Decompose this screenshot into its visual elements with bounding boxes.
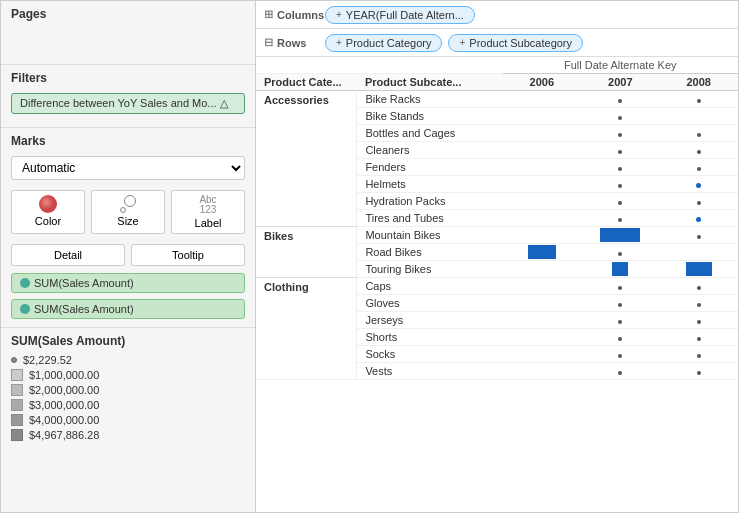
subcat-cell: Socks [357, 346, 503, 363]
legend-value: $4,967,886.28 [29, 429, 99, 441]
legend-value: $2,000,000.00 [29, 384, 99, 396]
legend-sq-icon [11, 369, 23, 381]
bar-cell-2007 [581, 193, 659, 210]
subcat-cell: Helmets [357, 176, 503, 193]
data-dot [697, 99, 701, 103]
app-container: Pages Filters Difference between YoY Sal… [0, 0, 739, 513]
col-header-2006: 2006 [503, 74, 581, 91]
bar-cell-2008 [660, 159, 739, 176]
data-dot [697, 133, 701, 137]
bar-cell-2008 [660, 227, 739, 244]
data-dot [618, 303, 622, 307]
columns-pill-label: YEAR(Full Date Altern... [346, 9, 464, 21]
bar-cell-2006 [503, 210, 581, 227]
legend-sq-icon [11, 399, 23, 411]
bar-cell-2007 [581, 261, 659, 278]
legend-sq-icon [11, 414, 23, 426]
bar-cell-2006 [503, 278, 581, 295]
bar-cell-2006 [503, 108, 581, 125]
bar-cell-2006 [503, 346, 581, 363]
data-bar [600, 228, 640, 242]
sum-pill-1-label: SUM(Sales Amount) [34, 277, 134, 289]
right-panel: ⊞ Columns + YEAR(Full Date Altern... ⊟ R… [256, 1, 738, 512]
bar-cell-2008 [660, 295, 739, 312]
columns-pill[interactable]: + YEAR(Full Date Altern... [325, 6, 475, 24]
bar-cell-2007 [581, 125, 659, 142]
bar-cell-2008 [660, 176, 739, 193]
marks-select[interactable]: Automatic [11, 156, 245, 180]
rows-pill-1[interactable]: + Product Category [325, 34, 442, 52]
bar-cell-2007 [581, 159, 659, 176]
bar-cell-2007 [581, 363, 659, 380]
bar-cell-2006 [503, 329, 581, 346]
label-button[interactable]: Abc123 Label [171, 190, 245, 234]
bar-cell-2008 [660, 125, 739, 142]
filters-title: Filters [1, 65, 255, 89]
data-dot [618, 218, 622, 222]
subcat-cell: Caps [357, 278, 503, 295]
data-dot [697, 286, 701, 290]
list-item: $3,000,000.00 [11, 399, 245, 411]
size-label: Size [117, 215, 138, 227]
tooltip-button[interactable]: Tooltip [131, 244, 245, 266]
category-cell-bikes: Bikes [256, 227, 357, 278]
category-cell-accessories: Accessories [256, 91, 357, 227]
bar-cell-2007 [581, 329, 659, 346]
marks-buttons2: Detail Tooltip [11, 244, 245, 266]
bar-cell-2007 [581, 278, 659, 295]
data-dot [697, 235, 701, 239]
bar-cell-2008 [660, 346, 739, 363]
bar-cell-2007 [581, 227, 659, 244]
data-dot [697, 354, 701, 358]
sum-pill-1-icon [20, 278, 30, 288]
rows-pill-2-hash: + [459, 37, 465, 48]
rows-pill-1-label: Product Category [346, 37, 432, 49]
col-header-subcategory: Product Subcate... [357, 74, 503, 91]
data-dot [697, 320, 701, 324]
sum-pill-2[interactable]: SUM(Sales Amount) [11, 299, 245, 319]
columns-grid-icon: ⊞ [264, 8, 273, 21]
size-button[interactable]: Size [91, 190, 165, 234]
data-area: Full Date Alternate Key Product Cate... … [256, 57, 738, 512]
subcat-cell: Hydration Packs [357, 193, 503, 210]
data-dot [697, 150, 701, 154]
sum-pill-1[interactable]: SUM(Sales Amount) [11, 273, 245, 293]
bar-cell-2008 [660, 91, 739, 108]
data-dot [618, 354, 622, 358]
subcat-cell: Mountain Bikes [357, 227, 503, 244]
bar-cell-2006 [503, 244, 581, 261]
filter-pill[interactable]: Difference between YoY Sales and Mo... △ [11, 93, 245, 114]
header-row-cols: Product Cate... Product Subcate... 2006 … [256, 74, 738, 91]
data-bar [612, 262, 628, 276]
color-label: Color [35, 215, 61, 227]
bar-cell-2007 [581, 210, 659, 227]
sum-pill-2-label: SUM(Sales Amount) [34, 303, 134, 315]
bar-cell-2007 [581, 295, 659, 312]
data-dot [697, 303, 701, 307]
color-icon [39, 195, 57, 213]
rows-pill-2[interactable]: + Product Subcategory [448, 34, 583, 52]
legend-items: $2,229.52 $1,000,000.00 $2,000,000.00 $3… [11, 354, 245, 441]
bar-cell-2008 [660, 278, 739, 295]
legend-sq-icon [11, 429, 23, 441]
data-dot [618, 337, 622, 341]
data-table: Full Date Alternate Key Product Cate... … [256, 57, 738, 380]
bar-cell-2007 [581, 244, 659, 261]
data-dot [618, 320, 622, 324]
data-dot [618, 252, 622, 256]
legend-value: $2,229.52 [23, 354, 72, 366]
bar-cell-2007 [581, 91, 659, 108]
list-item: $1,000,000.00 [11, 369, 245, 381]
marks-buttons: Color Size Abc123 Label [11, 190, 245, 234]
detail-button[interactable]: Detail [11, 244, 125, 266]
color-button[interactable]: Color [11, 190, 85, 234]
rows-shelf: ⊟ Rows + Product Category + Product Subc… [256, 29, 738, 57]
label-label: Label [195, 217, 222, 229]
data-dot [697, 201, 701, 205]
bar-cell-2008 [660, 210, 739, 227]
list-item: $4,000,000.00 [11, 414, 245, 426]
rows-pill-2-label: Product Subcategory [469, 37, 572, 49]
data-dot [618, 99, 622, 103]
bar-cell-2008 [660, 363, 739, 380]
rows-text: Rows [277, 37, 306, 49]
